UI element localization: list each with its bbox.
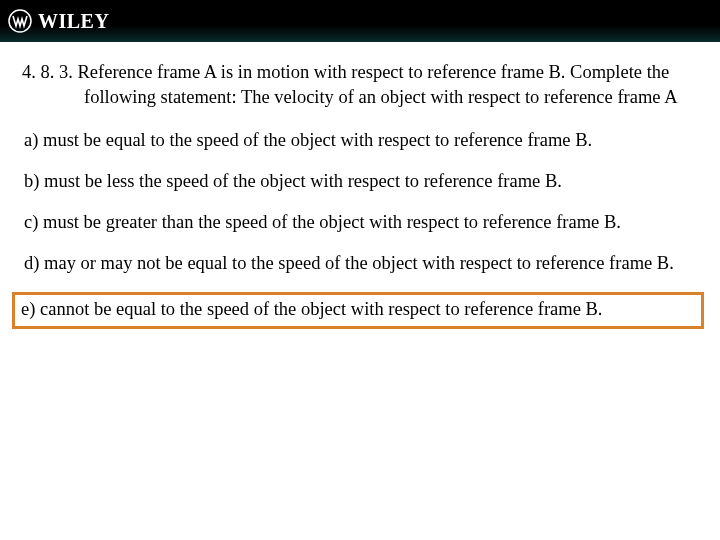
option-b-label: b)	[24, 171, 39, 191]
wiley-mark-icon	[8, 9, 32, 33]
slide-content: 4. 8. 3. Reference frame A is in motion …	[0, 42, 720, 347]
option-c[interactable]: c) must be greater than the speed of the…	[18, 210, 702, 235]
option-a-label: a)	[24, 130, 38, 150]
question-number: 4. 8. 3.	[22, 62, 73, 82]
options-list: a) must be equal to the speed of the obj…	[18, 128, 702, 329]
option-a-text: must be equal to the speed of the object…	[43, 130, 592, 150]
brand-name: WILEY	[38, 10, 109, 33]
question-block: 4. 8. 3. Reference frame A is in motion …	[18, 60, 702, 110]
option-c-label: c)	[24, 212, 38, 232]
option-b[interactable]: b) must be less the speed of the object …	[18, 169, 702, 194]
option-d-label: d)	[24, 253, 39, 273]
question-text: Reference frame A is in motion with resp…	[78, 62, 678, 107]
option-e-text: cannot be equal to the speed of the obje…	[40, 299, 602, 319]
option-d-text: may or may not be equal to the speed of …	[44, 253, 674, 273]
option-e-label: e)	[21, 299, 35, 319]
option-a[interactable]: a) must be equal to the speed of the obj…	[18, 128, 702, 153]
brand-logo: WILEY	[8, 9, 109, 33]
option-c-text: must be greater than the speed of the ob…	[43, 212, 621, 232]
option-b-text: must be less the speed of the object wit…	[44, 171, 562, 191]
option-e[interactable]: e) cannot be equal to the speed of the o…	[12, 292, 704, 329]
header-bar: WILEY	[0, 0, 720, 42]
option-d[interactable]: d) may or may not be equal to the speed …	[18, 251, 702, 276]
